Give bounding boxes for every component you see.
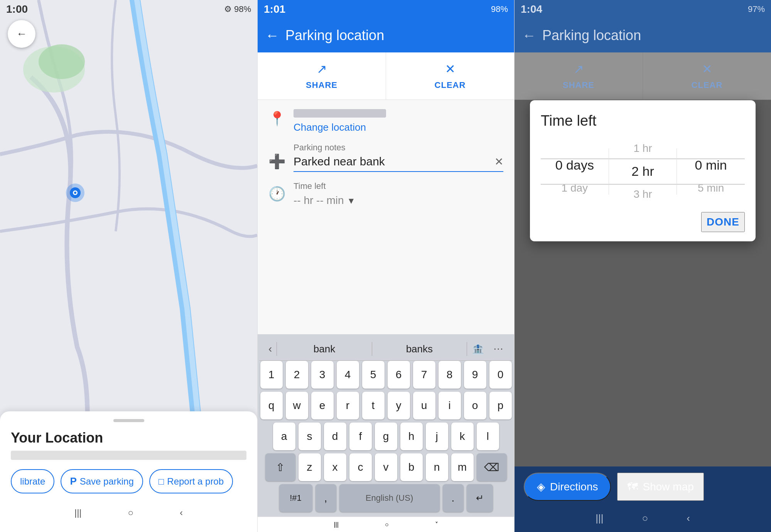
key-i[interactable]: i (439, 392, 461, 419)
battery-pct-1: 98% (234, 4, 251, 14)
suggestion-word-2[interactable]: banks (372, 341, 467, 357)
key-space[interactable]: English (US) (339, 484, 440, 512)
share-button-2[interactable]: ↗ SHARE (258, 52, 386, 99)
key-d[interactable]: d (324, 423, 346, 450)
key-8[interactable]: 8 (439, 361, 461, 389)
status-bar-1: 1:00 ⚙ 98% (0, 0, 257, 19)
clock-icon-2: 🕐 (268, 186, 286, 202)
notes-clear-button[interactable]: ✕ (494, 155, 503, 168)
key-4[interactable]: 4 (337, 361, 359, 389)
picker-col-days[interactable]: 0 days 1 day (541, 145, 609, 198)
time-1: 1:00 (6, 3, 28, 15)
key-6[interactable]: 6 (388, 361, 410, 389)
battery-pct-3: 97% (748, 4, 765, 14)
parking-back-button-3[interactable]: ← (522, 27, 536, 44)
key-shift[interactable]: ⇧ (265, 453, 295, 481)
key-x[interactable]: x (324, 453, 346, 481)
key-1[interactable]: 1 (260, 361, 283, 389)
key-l[interactable]: l (477, 423, 499, 450)
key-9[interactable]: 9 (464, 361, 486, 389)
key-7[interactable]: 7 (413, 361, 435, 389)
report-icon: □ (159, 476, 164, 487)
suggestion-more-btn[interactable]: ⋯ (489, 341, 508, 357)
location-text-2: Change location (294, 109, 503, 133)
key-period[interactable]: . (443, 484, 464, 512)
picker-hours-selected: 2 hr (609, 160, 677, 183)
suggestion-back-btn[interactable]: ‹ (264, 340, 277, 357)
clear-label-2: CLEAR (435, 80, 466, 90)
picker-col-minutes[interactable]: 0 min 5 min (677, 145, 745, 198)
key-p[interactable]: p (489, 392, 512, 419)
svg-point-6 (74, 192, 76, 194)
key-0[interactable]: 0 (489, 361, 512, 389)
time-label-2: Time left (294, 181, 503, 191)
key-m[interactable]: m (451, 453, 474, 481)
nav-lines-icon-1: ||| (74, 507, 82, 518)
time-dropdown-icon: ▾ (349, 195, 354, 207)
time-value-2: -- hr -- min (294, 194, 344, 207)
clear-label-3: CLEAR (692, 80, 723, 90)
picker-col-hours[interactable]: 1 hr 2 hr 3 hr (609, 138, 677, 204)
clear-button-3[interactable]: ✕ CLEAR (643, 52, 771, 99)
clear-button-2[interactable]: ✕ CLEAR (386, 52, 514, 99)
key-j[interactable]: j (426, 423, 448, 450)
action-buttons-2: ↗ SHARE ✕ CLEAR (258, 52, 514, 100)
key-a[interactable]: a (273, 423, 295, 450)
key-o[interactable]: o (464, 392, 486, 419)
key-r[interactable]: r (337, 392, 359, 419)
key-f[interactable]: f (349, 423, 372, 450)
key-comma[interactable]: , (315, 484, 336, 512)
time-left-dialog: Time left 0 days 1 day 1 hr 2 hr 3 hr 0 (530, 100, 756, 241)
directions-bar: ◈ Directions 🗺 Show map (515, 466, 771, 507)
key-v[interactable]: v (375, 453, 397, 481)
bottom-buttons: librate P Save parking □ Report a prob (11, 469, 246, 493)
key-t[interactable]: t (362, 392, 385, 419)
dialog-done-button[interactable]: DONE (701, 212, 745, 232)
share-button-3[interactable]: ↗ SHARE (515, 52, 643, 99)
parking-back-button[interactable]: ← (265, 27, 279, 44)
key-enter[interactable]: ↵ (467, 484, 493, 512)
nav-home-icon-1: ○ (128, 507, 134, 518)
directions-button[interactable]: ◈ Directions (524, 473, 611, 501)
nav-lines-icon-2: ||| (334, 521, 338, 528)
show-map-button[interactable]: 🗺 Show map (617, 473, 704, 501)
status-icons-3: 97% (748, 4, 765, 14)
key-2[interactable]: 2 (286, 361, 308, 389)
time-picker-row[interactable]: -- hr -- min ▾ (294, 194, 503, 207)
key-n[interactable]: n (426, 453, 448, 481)
key-g[interactable]: g (375, 423, 397, 450)
action-buttons-3: ↗ SHARE ✕ CLEAR (515, 52, 771, 100)
key-q[interactable]: q (260, 392, 283, 419)
key-sym[interactable]: !#1 (279, 484, 312, 512)
key-3[interactable]: 3 (311, 361, 334, 389)
key-backspace[interactable]: ⌫ (477, 453, 507, 481)
nav-home-icon-2: ○ (385, 521, 389, 528)
key-b[interactable]: b (400, 453, 423, 481)
notes-input-2[interactable] (294, 155, 494, 168)
key-s[interactable]: s (299, 423, 321, 450)
dialog-done-row: DONE (541, 212, 745, 232)
key-c[interactable]: c (349, 453, 372, 481)
key-row-qwerty: q w e r t y u i o p (259, 392, 513, 419)
calibrate-button[interactable]: librate (11, 469, 54, 493)
status-bar-2: 1:01 98% (258, 0, 514, 19)
show-map-icon: 🗺 (627, 480, 638, 493)
share-icon-3: ↗ (574, 62, 584, 76)
change-location-link-2[interactable]: Change location (294, 121, 366, 133)
battery-icon-1: ⚙ (224, 4, 232, 14)
map-back-button[interactable]: ← (8, 20, 35, 48)
key-w[interactable]: w (286, 392, 308, 419)
key-k[interactable]: k (451, 423, 474, 450)
key-e[interactable]: e (311, 392, 334, 419)
key-5[interactable]: 5 (362, 361, 385, 389)
notes-section-2: ➕ Parking notes ✕ (268, 143, 503, 172)
key-h[interactable]: h (400, 423, 423, 450)
suggestion-word-1[interactable]: bank (277, 341, 371, 357)
key-y[interactable]: y (388, 392, 410, 419)
key-u[interactable]: u (413, 392, 435, 419)
location-pin-icon-2: 📍 (268, 111, 286, 127)
report-problem-button[interactable]: □ Report a prob (149, 469, 233, 493)
key-z[interactable]: z (299, 453, 321, 481)
nav-bar-3: ||| ○ ‹ (515, 507, 771, 532)
save-parking-button[interactable]: P Save parking (61, 469, 143, 493)
